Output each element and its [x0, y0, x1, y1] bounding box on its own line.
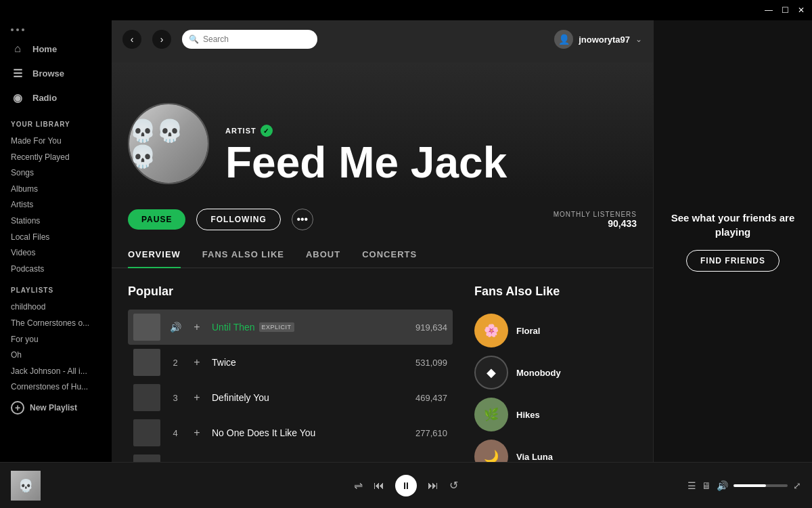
- repeat-button[interactable]: ↺: [449, 479, 458, 492]
- shuffle-button[interactable]: ⇌: [354, 479, 363, 492]
- tab-about[interactable]: ABOUT: [306, 241, 340, 268]
- track-2-plays: 531,099: [415, 358, 447, 368]
- track-1-explicit: EXPLICIT: [259, 322, 294, 332]
- volume-bar[interactable]: [734, 484, 788, 487]
- popular-section: Popular 🔊 + Until Then EXPLICIT: [128, 284, 453, 462]
- queue-icon[interactable]: ☰: [687, 480, 696, 491]
- minimize-button[interactable]: —: [763, 5, 774, 16]
- fan-item-via-luna[interactable]: 🌙 Via Luna: [474, 436, 637, 462]
- monthly-listeners-count: 90,433: [554, 218, 637, 229]
- more-options-button[interactable]: •••: [292, 209, 313, 230]
- track-row[interactable]: 5 + Rosies 325,630: [128, 450, 453, 462]
- find-friends-text: See what your friends are playing: [670, 211, 796, 239]
- your-library-title: YOUR LIBRARY: [0, 110, 112, 132]
- track-row[interactable]: 2 + Twice 531,099: [128, 345, 453, 380]
- track-1-num: 🔊: [168, 322, 182, 333]
- fan-item-floral[interactable]: 🌸 Floral: [474, 310, 637, 352]
- user-name: jnoworyta97: [579, 35, 630, 45]
- sidebar-playlist-for-you[interactable]: For you: [0, 331, 112, 347]
- track-row[interactable]: 🔊 + Until Then EXPLICIT 919,634: [128, 310, 453, 345]
- volume-fill: [734, 484, 766, 487]
- fan-item-monobody[interactable]: ◆ Monobody: [474, 352, 637, 394]
- home-icon: ⌂: [11, 42, 24, 56]
- main-area: ‹ › 🔍 👤 jnoworyta97 ⌄ 💀💀💀: [112, 20, 812, 462]
- sidebar-playlist-childhood[interactable]: childhood: [0, 298, 112, 314]
- fans-also-like-title: Fans Also Like: [474, 284, 637, 299]
- artist-header: 💀💀💀 ARTIST ✓ Feed Me Jack: [112, 62, 653, 198]
- maximize-button[interactable]: ☐: [780, 5, 790, 16]
- sidebar-item-browse[interactable]: ☰ Browse: [5, 61, 106, 85]
- chevron-down-icon: ⌄: [635, 35, 642, 44]
- tab-overview[interactable]: OVERVIEW: [128, 241, 181, 268]
- sidebar-item-recently-played[interactable]: Recently Played: [0, 148, 112, 165]
- search-bar[interactable]: 🔍: [182, 30, 317, 49]
- fan-name-hikes: Hikes: [516, 410, 540, 420]
- sidebar-item-local-files[interactable]: Local Files: [0, 228, 112, 245]
- find-friends-button[interactable]: FIND FRIENDS: [686, 250, 780, 272]
- previous-button[interactable]: ⏮: [374, 480, 384, 492]
- track-2-add-button[interactable]: +: [190, 356, 204, 369]
- fan-name-via-luna: Via Luna: [516, 452, 553, 462]
- following-button[interactable]: FOLLOWING: [196, 209, 280, 230]
- track-row[interactable]: 4 + No One Does It Like You 277,610: [128, 415, 453, 450]
- next-button[interactable]: ⏭: [428, 480, 438, 492]
- expand-icon[interactable]: ⤢: [793, 480, 801, 491]
- track-5-add-button[interactable]: +: [190, 461, 204, 462]
- track-3-num: 3: [168, 393, 182, 403]
- top-nav: ‹ › 🔍 👤 jnoworyta97 ⌄: [112, 20, 653, 58]
- player-controls: ⇌ ⏮ ⏸ ⏭ ↺: [354, 475, 458, 496]
- sidebar-playlist-jack-johnson[interactable]: Jack Johnson - All i...: [0, 362, 112, 379]
- monitor-icon[interactable]: 🖥: [702, 480, 711, 491]
- tab-fans-also-like[interactable]: FANS ALSO LIKE: [202, 241, 284, 268]
- track-3-plays: 469,437: [415, 393, 447, 403]
- user-avatar: 👤: [554, 30, 573, 49]
- title-bar: — ☐ ✕: [0, 0, 812, 20]
- track-2-name: Twice: [212, 357, 407, 368]
- track-row[interactable]: 3 + Definitely You 469,437: [128, 380, 453, 415]
- sidebar-item-radio-label: Radio: [32, 93, 57, 103]
- playlists-title: PLAYLISTS: [0, 276, 112, 298]
- sidebar-playlist-cornerstones-hu[interactable]: Cornerstones of Hu...: [0, 378, 112, 394]
- dot3: [22, 28, 24, 31]
- app-menu-dots[interactable]: [0, 20, 112, 37]
- artist-label-text: ARTIST: [225, 127, 256, 135]
- fans-also-like-section: Fans Also Like 🌸 Floral ◆ Monobody 🌿 Hik…: [474, 284, 637, 462]
- user-area[interactable]: 👤 jnoworyta97 ⌄: [554, 30, 642, 49]
- sidebar-playlist-oh[interactable]: Oh: [0, 346, 112, 362]
- sidebar-item-home[interactable]: ⌂ Home: [5, 37, 106, 61]
- now-playing-left: 💀: [11, 471, 187, 501]
- pause-button[interactable]: PAUSE: [128, 209, 185, 230]
- volume-icon: 🔊: [717, 480, 728, 491]
- sidebar-item-radio[interactable]: ◉ Radio: [5, 85, 106, 110]
- fan-avatar-via-luna: 🌙: [474, 440, 508, 462]
- fan-avatar-hikes: 🌿: [474, 398, 508, 431]
- track-2-thumb: [133, 349, 160, 376]
- forward-button[interactable]: ›: [152, 30, 171, 49]
- artist-info: ARTIST ✓ Feed Me Jack: [225, 125, 637, 184]
- sidebar-item-songs[interactable]: Songs: [0, 164, 112, 180]
- verified-mark: ✓: [263, 127, 269, 135]
- sidebar-item-podcasts[interactable]: Podcasts: [0, 260, 112, 276]
- fan-item-hikes[interactable]: 🌿 Hikes: [474, 394, 637, 436]
- track-1-add-button[interactable]: +: [190, 320, 204, 334]
- track-4-thumb: [133, 419, 160, 446]
- sidebar-item-made-for-you[interactable]: Made For You: [0, 132, 112, 148]
- sidebar-item-stations[interactable]: Stations: [0, 212, 112, 228]
- verified-badge: ✓: [261, 125, 273, 137]
- content-area: Popular 🔊 + Until Then EXPLICIT: [112, 268, 653, 462]
- back-button[interactable]: ‹: [122, 30, 141, 49]
- new-playlist-button[interactable]: + New Playlist: [0, 394, 112, 421]
- dot1: [11, 28, 14, 31]
- track-3-add-button[interactable]: +: [190, 391, 204, 404]
- track-4-add-button[interactable]: +: [190, 426, 204, 440]
- tab-concerts[interactable]: CONCERTS: [362, 241, 417, 268]
- title-bar-controls[interactable]: — ☐ ✕: [763, 5, 807, 16]
- play-pause-button[interactable]: ⏸: [395, 475, 417, 496]
- search-input[interactable]: [203, 35, 311, 44]
- track-1-name: Until Then: [212, 322, 255, 333]
- sidebar-playlist-cornerstones[interactable]: The Cornerstones o...: [0, 314, 112, 331]
- sidebar-item-artists[interactable]: Artists: [0, 196, 112, 212]
- close-button[interactable]: ✕: [796, 5, 807, 16]
- sidebar-item-videos[interactable]: Videos: [0, 244, 112, 260]
- sidebar-item-albums[interactable]: Albums: [0, 180, 112, 196]
